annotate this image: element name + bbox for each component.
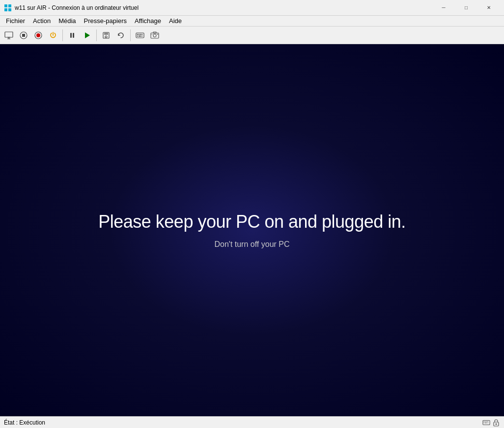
svg-rect-24 [139, 35, 141, 36]
menu-aide[interactable]: Aide [165, 16, 186, 27]
status-icons [482, 419, 500, 427]
svg-rect-2 [4, 8, 7, 11]
menu-fichier[interactable]: Fichier [2, 16, 29, 27]
svg-rect-16 [104, 32, 108, 35]
toolbar-separator-3 [130, 29, 131, 41]
checkpoint-icon [102, 31, 110, 39]
svg-rect-18 [136, 33, 144, 38]
menu-bar: Fichier Action Média Presse-papiers Affi… [0, 16, 504, 27]
close-button[interactable]: ✕ [477, 0, 500, 16]
svg-rect-4 [5, 32, 13, 37]
toolbar-record-button[interactable] [31, 28, 45, 42]
vm-sub-message: Don't turn off your PC [214, 240, 289, 249]
toolbar-revert-button[interactable] [114, 28, 128, 42]
toolbar [0, 27, 504, 44]
menu-action[interactable]: Action [29, 16, 55, 27]
svg-rect-39 [488, 423, 488, 423]
screen-icon [4, 31, 13, 40]
svg-rect-19 [137, 34, 138, 35]
svg-point-41 [496, 423, 497, 425]
vm-main-message: Please keep your PC on and plugged in. [98, 212, 405, 232]
toolbar-power-button[interactable] [46, 28, 60, 42]
toolbar-snapshot-button[interactable] [148, 28, 162, 42]
svg-rect-38 [485, 423, 487, 423]
vm-screen[interactable]: Please keep your PC on and plugged in. D… [0, 44, 504, 416]
stop-icon [20, 31, 28, 39]
menu-affichage[interactable]: Affichage [131, 16, 165, 27]
app-icon [4, 4, 12, 12]
svg-rect-20 [139, 34, 140, 35]
svg-rect-0 [4, 4, 7, 7]
title-bar: w11 sur AIR - Connexion à un ordinateur … [0, 0, 504, 16]
toolbar-stop-button[interactable] [17, 28, 30, 42]
toolbar-separator-1 [62, 29, 63, 41]
svg-rect-36 [488, 421, 488, 422]
snapshot-icon [150, 31, 159, 39]
record-icon [34, 31, 42, 39]
svg-rect-23 [137, 35, 138, 36]
status-text: État : Exécution [4, 419, 45, 426]
toolbar-separator-2 [96, 29, 97, 41]
svg-point-17 [105, 36, 107, 38]
toolbar-screen-button[interactable] [2, 28, 16, 42]
toolbar-cad-button[interactable] [133, 28, 147, 42]
svg-rect-33 [484, 421, 484, 422]
toolbar-play-button[interactable] [80, 28, 94, 42]
status-bar: État : Exécution [0, 416, 504, 428]
keyboard-icon [136, 31, 144, 39]
minimize-button[interactable]: ─ [432, 0, 455, 16]
pause-icon [68, 31, 76, 39]
maximize-button[interactable]: □ [455, 0, 477, 16]
window-controls: ─ □ ✕ [432, 0, 500, 16]
power-icon [49, 31, 57, 39]
svg-rect-9 [22, 34, 25, 37]
svg-rect-3 [8, 8, 11, 11]
svg-point-27 [153, 34, 156, 37]
svg-rect-25 [141, 35, 142, 36]
svg-rect-35 [486, 421, 487, 422]
window-title: w11 sur AIR - Connexion à un ordinateur … [15, 4, 432, 11]
toolbar-checkpoint-button[interactable] [99, 28, 113, 42]
svg-rect-21 [140, 34, 141, 35]
svg-rect-34 [485, 421, 485, 422]
play-icon [83, 31, 91, 39]
svg-point-11 [36, 33, 40, 37]
revert-icon [117, 31, 125, 39]
lock-status-icon [492, 419, 500, 427]
svg-rect-1 [8, 4, 11, 7]
toolbar-pause-button[interactable] [65, 28, 79, 42]
svg-rect-22 [141, 34, 142, 35]
menu-media[interactable]: Média [55, 16, 80, 27]
menu-presse-papiers[interactable]: Presse-papiers [80, 16, 131, 27]
svg-rect-12 [70, 33, 72, 38]
svg-marker-14 [85, 32, 90, 38]
keyboard-status-icon [482, 419, 490, 427]
svg-rect-13 [73, 33, 74, 38]
svg-rect-37 [484, 423, 484, 423]
